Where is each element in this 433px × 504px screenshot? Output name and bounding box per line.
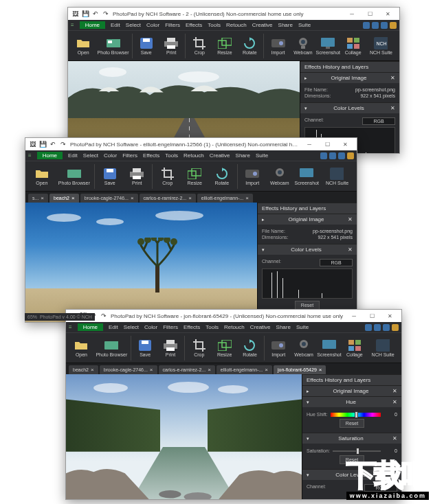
menu-edit[interactable]: Edit [68,152,78,159]
menu-effects[interactable]: Effects [186,22,202,28]
open-button[interactable]: Open [28,163,56,190]
screenshot-button[interactable]: Screenshot [315,32,340,60]
panel-original-image[interactable]: ▸Original Image✕ [258,214,357,225]
menu-suite[interactable]: Suite [296,324,309,330]
nch-suite-button[interactable]: NCH Suite [320,163,354,190]
close-icon[interactable]: × [71,195,75,201]
menu-suite[interactable]: Suite [298,22,311,28]
help-icon[interactable] [347,152,354,159]
undo-icon[interactable]: ↶ [49,140,57,148]
menu-creative[interactable]: Creative [252,22,273,28]
panel-original-image[interactable]: ▸Original Image✕ [300,72,399,83]
close-icon[interactable]: × [188,195,192,201]
save-icon[interactable]: 💾 [38,140,47,148]
document-tab[interactable]: brooke-cagle-2746...× [80,194,138,203]
nch-suite-button[interactable]: NCHNCH Suite [366,32,397,60]
close-icon[interactable]: ✕ [390,105,395,111]
social-icon[interactable] [329,152,336,159]
menu-select[interactable]: Select [124,324,139,330]
menu-home[interactable]: Home [78,323,103,331]
menu-tools[interactable]: Tools [206,324,219,330]
menu-edit[interactable]: Edit [109,324,118,330]
menu-tools[interactable]: Tools [165,152,178,159]
crop-button[interactable]: Crop [186,334,212,362]
document-tab[interactable]: carlos-e-ramirez-2...× [159,365,215,374]
document-tab[interactable]: jon-flobrant-65429× [274,365,326,374]
open-button[interactable]: Open [69,334,94,362]
minimize-button[interactable]: ─ [300,138,318,150]
close-icon[interactable]: × [41,195,44,201]
menu-share[interactable]: Share [236,152,250,159]
menu-filters[interactable]: Filters [122,152,137,159]
panel-original-image[interactable]: ▸Original Image✕ [302,385,401,396]
menu-tools[interactable]: Tools [208,22,221,28]
titlebar[interactable]: 🖼 💾 ↶ ↷ PhotoPad by NCH Software - 2 - (… [68,8,399,20]
hue-slider[interactable] [331,413,381,417]
menu-creative[interactable]: Creative [250,324,271,330]
webcam-button[interactable]: Webcam [291,32,315,60]
import-button[interactable]: Import [266,334,291,362]
save-button[interactable]: Save [96,163,124,190]
redo-icon[interactable]: ↷ [59,140,67,148]
menu-color[interactable]: Color [104,152,117,159]
close-icon[interactable]: × [131,195,134,201]
webcam-button[interactable]: Webcam [266,163,293,190]
minimize-button[interactable]: ─ [345,310,363,322]
rotate-button[interactable]: Rotate [237,334,263,362]
redo-icon[interactable]: ↷ [100,312,108,320]
image-canvas[interactable] [25,203,257,322]
close-button[interactable]: ✕ [379,8,397,20]
help-icon[interactable] [392,324,399,331]
social-icon[interactable] [383,324,390,331]
menu-retouch[interactable]: Retouch [184,152,204,159]
menu-creative[interactable]: Creative [210,152,230,159]
rotate-button[interactable]: Rotate [208,163,236,190]
screenshot-button[interactable]: Screenshot [317,334,342,362]
menu-color[interactable]: Color [144,324,157,330]
menu-color[interactable]: Color [146,22,159,28]
menu-edit[interactable]: Edit [111,22,120,28]
import-button[interactable]: Import [265,32,290,60]
menu-share[interactable]: Share [278,22,293,28]
print-button[interactable]: Print [159,32,184,60]
image-canvas[interactable] [66,374,302,499]
social-icon[interactable] [365,324,372,331]
resize-button[interactable]: Resize [212,32,237,60]
channel-select[interactable]: RGB [362,117,395,125]
menu-effects[interactable]: Effects [143,152,159,159]
photo-browser-button[interactable]: Photo Browser [96,32,130,60]
close-button[interactable]: ✕ [381,310,399,322]
reset-button[interactable]: Reset [340,419,364,428]
document-tab[interactable]: elliott-engelmann-...× [216,365,272,374]
social-icon[interactable] [338,152,345,159]
rotate-button[interactable]: Rotate [237,32,262,60]
import-button[interactable]: Import [238,163,266,190]
titlebar[interactable]: 🖼💾↶↷ PhotoPad by NCH Software - elliott-… [25,138,357,150]
document-tab[interactable]: elliott-engelmann-...× [197,194,253,203]
menu-effects[interactable]: Effects [184,324,200,330]
menu-retouch[interactable]: Retouch [226,22,247,28]
menu-home[interactable]: Home [37,152,63,159]
social-icon[interactable] [363,22,370,29]
menu-filters[interactable]: Filters [165,22,180,28]
document-tab[interactable]: beach2× [49,194,79,203]
close-icon[interactable]: × [245,195,249,201]
help-icon[interactable] [390,22,397,29]
crop-button[interactable]: Crop [187,32,212,60]
crop-button[interactable]: Crop [154,163,181,190]
minimize-button[interactable]: ─ [343,8,361,20]
print-button[interactable]: Print [158,334,184,362]
nch-suite-button[interactable]: NCH Suite [367,334,399,362]
channel-select[interactable]: RGB [320,259,353,266]
resize-button[interactable]: Resize [212,334,237,362]
menu-share[interactable]: Share [276,324,291,330]
social-icon[interactable] [372,22,379,29]
photo-browser-button[interactable]: Photo Browser [56,163,93,190]
open-button[interactable]: Open [71,32,96,60]
screenshot-button[interactable]: Screenshot [293,163,321,190]
undo-icon[interactable]: ↶ [91,10,100,18]
print-button[interactable]: Print [124,163,151,190]
social-icon[interactable] [381,22,388,29]
save-button[interactable]: Save [133,334,158,362]
panel-color-levels[interactable]: ▾Color Levels✕ [300,102,399,113]
